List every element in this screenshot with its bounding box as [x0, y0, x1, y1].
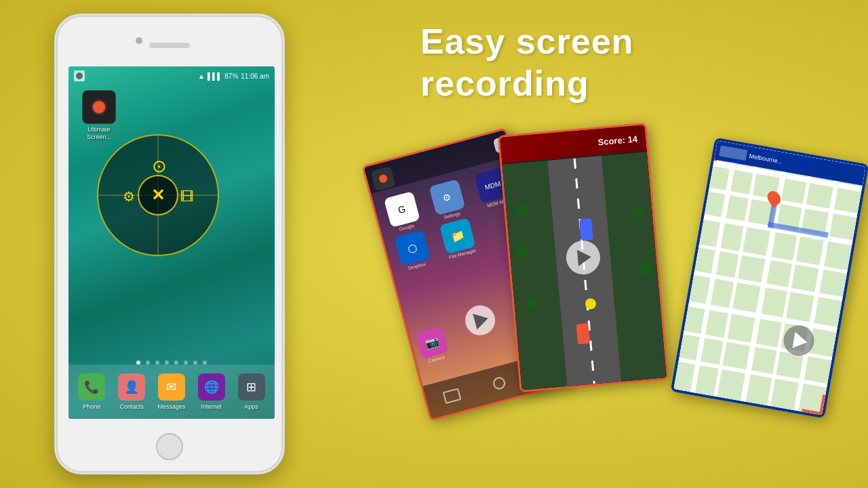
phone-mockup: ▲ ▌▌▌ 87% 11:06 am UltimateScreen... [54, 14, 285, 474]
play-triangle-icon [473, 310, 490, 329]
back-btn [442, 388, 461, 404]
map-search-bar [719, 146, 747, 161]
apps-label: Apps [244, 403, 258, 410]
internet-icon: 🌐 [198, 373, 225, 401]
card3-screen: Melbourne... [673, 141, 865, 415]
phone-screen: ▲ ▌▌▌ 87% 11:06 am UltimateScreen... [68, 66, 275, 419]
card1-play-button[interactable] [462, 302, 498, 339]
settings-status-icon [74, 70, 85, 81]
home-btn [492, 376, 507, 391]
dock-apps[interactable]: ⊞ Apps [233, 373, 270, 410]
status-right-area: ▲ ▌▌▌ 87% 11:06 am [198, 73, 269, 80]
record-indicator [93, 101, 105, 113]
phone-label: Phone [83, 403, 100, 410]
home-button[interactable] [156, 433, 183, 460]
red-car [576, 323, 591, 344]
card1-app-settings: ⚙ Settings [422, 178, 473, 224]
settings-icon: ⚙ [123, 188, 135, 205]
dock-contacts[interactable]: 👤 Contacts [113, 373, 150, 410]
wifi-icon: ▲ [198, 73, 205, 80]
messages-label: Messages [157, 403, 185, 410]
phone-icon: 📞 [78, 373, 105, 401]
menu-circle: ⊙ ⚙ 🎞 ✕ [97, 134, 219, 256]
card1-app-filemanager: 📁 File Manager [433, 216, 484, 262]
dock-phone[interactable]: 📞 Phone [73, 373, 110, 410]
circular-menu[interactable]: ⊙ ⚙ 🎞 ✕ [97, 134, 219, 256]
time-display: 11:06 am [241, 73, 269, 80]
card1-app-camera: 📷 Camera [416, 326, 450, 365]
card2-screen: Score: 14 [500, 125, 667, 390]
phone-camera [136, 37, 142, 44]
menu-center-close[interactable]: ✕ [138, 175, 178, 216]
dock-messages[interactable]: ✉ Messages [153, 373, 190, 410]
screenshots-area: G Google ⚙ Settings MDM MDM Mgr ⬡ Dropbo… [373, 108, 848, 447]
signal-icon: ▌▌▌ [208, 73, 222, 80]
page-title: Easy screen recording [420, 20, 634, 105]
apps-icon: ⊞ [238, 373, 265, 401]
corner-br [802, 392, 825, 415]
score-text: Score: 14 [597, 134, 638, 147]
blue-car [579, 218, 593, 241]
play-icon [577, 249, 592, 266]
video-icon: 🎞 [180, 189, 194, 205]
battery-percent: 87% [224, 73, 238, 80]
dock-internet[interactable]: 🌐 Internet [193, 373, 230, 410]
status-bar: ▲ ▌▌▌ 87% 11:06 am [68, 66, 275, 85]
internet-label: Internet [201, 403, 222, 410]
bottom-dock: 📞 Phone 👤 Contacts ✉ Messages [68, 365, 275, 419]
home-app-icon[interactable]: UltimateScreen... [79, 90, 119, 141]
card1-app-dropbox: ⬡ Dropbox [387, 228, 438, 274]
app-icon-image [82, 90, 116, 124]
contacts-icon: 👤 [118, 373, 145, 401]
phone-body: ▲ ▌▌▌ 87% 11:06 am UltimateScreen... [54, 14, 285, 474]
contacts-label: Contacts [119, 403, 144, 410]
map-play-icon [792, 331, 808, 350]
close-icon: ✕ [151, 186, 165, 205]
messages-icon: ✉ [158, 373, 185, 401]
phone-speaker [149, 43, 190, 48]
card1-app-google: G Google [377, 190, 428, 236]
screenshot-card-2: Score: 14 [498, 123, 669, 392]
screenshot-card-3: Melbourne... [671, 138, 868, 418]
